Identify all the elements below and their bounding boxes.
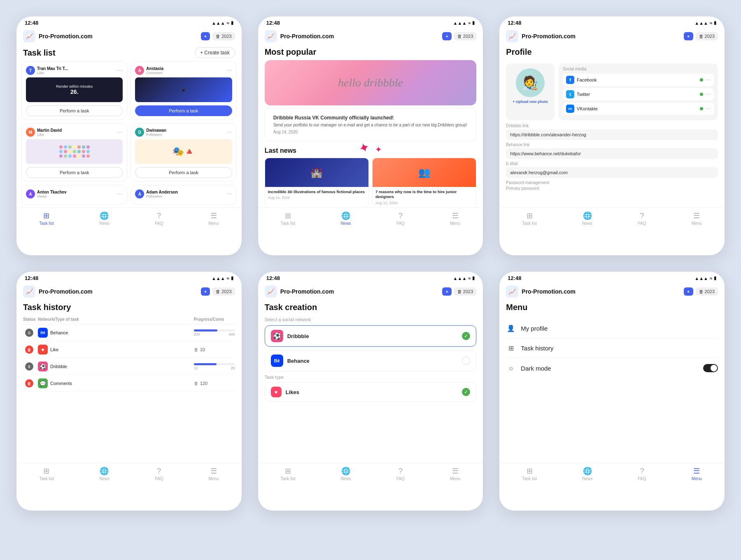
table-row-behance: ⏸ Bē Behance 230 400 bbox=[23, 324, 235, 341]
news-title-1: Incredible 3D illustrations of famous fi… bbox=[268, 189, 366, 194]
nav-faq-4[interactable]: ? FAQ bbox=[155, 467, 163, 481]
year-btn-3[interactable]: 🗑 2023 bbox=[696, 32, 718, 40]
dribbble-icon: ⚽ bbox=[38, 362, 48, 371]
progress-nums-dribbble: 11 20 bbox=[194, 366, 235, 370]
dots-anton[interactable]: ⋯ bbox=[117, 191, 123, 197]
coin-value-like: 10 bbox=[200, 347, 205, 352]
year-btn-2[interactable]: 🗑 2023 bbox=[454, 32, 476, 40]
table-row-dribbble: ⏸ ⚽ Dribbble 11 20 bbox=[23, 358, 235, 375]
nav-menu-5[interactable]: ☰ Menu bbox=[450, 467, 460, 481]
nav-tasklist-6[interactable]: ⊞ Task list bbox=[522, 467, 537, 481]
nav-faq-5[interactable]: ? FAQ bbox=[396, 467, 405, 481]
status-icons-3: ▲▲▲ ≈ ▮ bbox=[694, 20, 716, 26]
menu-item-profile[interactable]: 👤 My profile bbox=[506, 319, 718, 338]
behance-network-name: Behance bbox=[287, 358, 458, 364]
add-btn-1[interactable]: + bbox=[201, 32, 210, 40]
year-btn-5[interactable]: 🗑 2023 bbox=[454, 287, 476, 296]
profile-links: Dribbble link https://dribbble.com/alexa… bbox=[506, 124, 718, 191]
social-row-tw[interactable]: t Twitter ⋯ bbox=[563, 88, 714, 100]
add-btn-2[interactable]: + bbox=[442, 32, 451, 40]
status-bar-1: 12:48 ▲▲▲ ≈ ▮ bbox=[16, 16, 242, 28]
dots-martin[interactable]: ⋯ bbox=[117, 129, 123, 135]
progress-behance: 230 400 bbox=[194, 329, 235, 336]
task-type-likes[interactable]: ♥ Likes ✓ bbox=[265, 382, 477, 402]
nav-news-2[interactable]: 🌐 News bbox=[341, 211, 351, 226]
network-option-behance[interactable]: Bē Behance bbox=[265, 350, 477, 371]
nav-tasklist-2[interactable]: ⊞ Task list bbox=[281, 211, 296, 226]
battery-icon-4: ▮ bbox=[231, 275, 233, 281]
dots-anstasia[interactable]: ⋯ bbox=[226, 67, 232, 74]
perform-btn-dwinawan[interactable]: Perform a task bbox=[135, 167, 232, 178]
history-title: Task history bbox=[23, 303, 71, 312]
header-btns-1: + 🗑 2023 bbox=[201, 32, 235, 40]
network-option-dribbble[interactable]: ⚽ Dribbble ✓ bbox=[265, 325, 477, 347]
nav-faq-3[interactable]: ? FAQ bbox=[638, 212, 646, 226]
perform-btn-tran[interactable]: Perform a task bbox=[26, 105, 123, 116]
nav-tasklist-3[interactable]: ⊞ Task list bbox=[522, 211, 537, 226]
tw-menu[interactable]: ⋯ bbox=[706, 91, 711, 97]
dots-tran[interactable]: ⋯ bbox=[117, 67, 123, 74]
history-table: Status Network/Type of task Progress/Coi… bbox=[16, 315, 242, 392]
card-img-martin bbox=[26, 139, 123, 164]
perform-btn-martin[interactable]: Perform a task bbox=[26, 167, 123, 178]
sub-anton: Views bbox=[37, 194, 67, 198]
year-btn-6[interactable]: 🗑 2023 bbox=[696, 287, 718, 296]
tasklist-icon-5: ⊞ bbox=[285, 467, 291, 476]
nav-menu-2[interactable]: ☰ Menu bbox=[450, 211, 460, 226]
nav-label-menu-6: Menu bbox=[692, 476, 702, 481]
card-user-dwinawan: D Dwinawan Followers bbox=[135, 128, 166, 137]
nav-faq-1[interactable]: ? FAQ bbox=[155, 212, 163, 226]
bottom-nav-4: ⊞ Task list 🌐 News ? FAQ ☰ Menu bbox=[16, 463, 242, 486]
add-btn-6[interactable]: + bbox=[684, 287, 693, 296]
create-task-button[interactable]: + Create task bbox=[195, 47, 235, 58]
name-anton: Anton Tkachev bbox=[37, 190, 67, 194]
network-like: ♥ Like bbox=[38, 345, 191, 355]
nav-tasklist-1[interactable]: ⊞ Task list bbox=[39, 211, 54, 226]
perform-btn-anstasia[interactable]: Perform a task bbox=[135, 105, 232, 116]
add-btn-5[interactable]: + bbox=[442, 287, 451, 296]
network-behance: Bē Behance bbox=[38, 328, 191, 338]
nav-faq-6[interactable]: ? FAQ bbox=[638, 467, 646, 481]
news-card-2[interactable]: 👥 7 reasons why now is the time to hire … bbox=[372, 158, 476, 208]
nav-faq-2[interactable]: ? FAQ bbox=[396, 212, 405, 226]
fb-menu[interactable]: ⋯ bbox=[706, 77, 711, 83]
card-user-anton: A Anton Tkachev Views bbox=[26, 189, 67, 198]
nav-menu-6[interactable]: ☰ Menu bbox=[692, 467, 702, 481]
header-btns-2: + 🗑 2023 bbox=[442, 32, 476, 40]
nav-news-4[interactable]: 🌐 News bbox=[99, 467, 110, 481]
history-menu-icon: ⊞ bbox=[506, 344, 516, 352]
menu-icon-3: ☰ bbox=[693, 211, 700, 220]
menu-item-history[interactable]: ⊞ Task history bbox=[506, 338, 718, 358]
nav-news-5[interactable]: 🌐 News bbox=[341, 467, 351, 481]
vk-menu[interactable]: ⋯ bbox=[706, 106, 711, 112]
year-btn-1[interactable]: 🗑 2023 bbox=[212, 32, 235, 40]
nav-menu-3[interactable]: ☰ Menu bbox=[692, 211, 702, 226]
dots-adam[interactable]: ⋯ bbox=[226, 191, 232, 197]
app-header-5: 📈 Pro-Promotion.com + 🗑 2023 bbox=[258, 283, 483, 301]
nav-label-faq-4: FAQ bbox=[155, 476, 163, 481]
nav-label-faq-6: FAQ bbox=[638, 476, 646, 481]
nav-label-news-3: News bbox=[582, 221, 592, 226]
year-btn-4[interactable]: 🗑 2023 bbox=[212, 287, 235, 296]
dots-dwinawan[interactable]: ⋯ bbox=[226, 129, 232, 135]
nav-label-menu-4: Menu bbox=[208, 476, 219, 481]
profile-title-row: Profile bbox=[499, 46, 725, 60]
nav-news-6[interactable]: 🌐 News bbox=[582, 467, 592, 481]
nav-news-3[interactable]: 🌐 News bbox=[582, 211, 592, 226]
upload-photo-btn[interactable]: + Upload new photo bbox=[513, 100, 548, 104]
news-card-1[interactable]: 🏰 Incredible 3D illustrations of famous … bbox=[265, 158, 369, 208]
time-5: 12:48 bbox=[266, 275, 280, 281]
nav-menu-4[interactable]: ☰ Menu bbox=[208, 467, 219, 481]
nav-menu-1[interactable]: ☰ Menu bbox=[208, 211, 219, 226]
app-name-2: Pro-Promotion.com bbox=[280, 33, 439, 40]
social-row-fb[interactable]: f Facebook ⋯ bbox=[563, 74, 714, 86]
profile-title: Profile bbox=[506, 47, 531, 57]
social-row-vk[interactable]: VK VKontakte ⋯ bbox=[563, 103, 714, 115]
nav-tasklist-5[interactable]: ⊞ Task list bbox=[281, 467, 296, 481]
nav-tasklist-4[interactable]: ⊞ Task list bbox=[39, 467, 54, 481]
table-row-comments: 🗑 💬 Comments 🗑 120 bbox=[23, 375, 235, 392]
add-btn-3[interactable]: + bbox=[684, 32, 693, 40]
nav-news-1[interactable]: 🌐 News bbox=[99, 211, 110, 226]
dark-mode-toggle[interactable] bbox=[703, 364, 718, 372]
add-btn-4[interactable]: + bbox=[201, 287, 210, 296]
